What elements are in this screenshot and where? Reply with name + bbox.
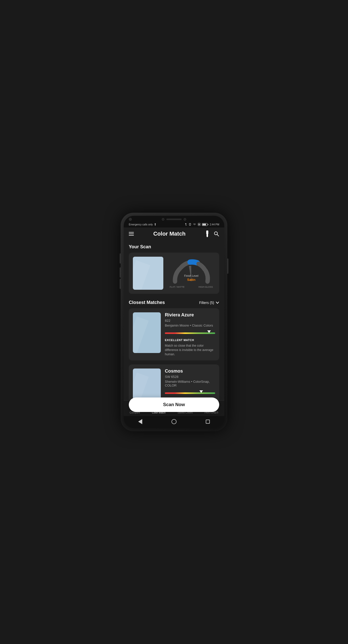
svg-rect-2 bbox=[191, 224, 191, 224]
gauge-container: Finish Level Satin FLAT / MATTE HIGH-GLO… bbox=[167, 258, 215, 288]
match-desc-1: Match so close that the color difference… bbox=[165, 344, 215, 356]
matches-title: Closest Matches bbox=[129, 300, 165, 305]
scan-now-overlay[interactable]: Scan Now bbox=[129, 397, 219, 412]
hamburger-line-2 bbox=[129, 234, 134, 234]
match-code-1: 822 bbox=[165, 319, 215, 323]
recents-button[interactable] bbox=[206, 420, 210, 424]
upload-icon bbox=[154, 223, 157, 226]
main-content: Your Scan bbox=[124, 240, 224, 400]
gauge-labels: FLAT / MATTE HIGH-GLOSS bbox=[170, 286, 213, 288]
scan-color-swatch bbox=[133, 257, 163, 290]
match-info-2: Cosmos SW 6528 Sherwin-Williams • ColorS… bbox=[165, 369, 215, 400]
quality-indicator-2 bbox=[199, 390, 203, 393]
svg-rect-5 bbox=[206, 231, 208, 234]
back-button[interactable] bbox=[138, 419, 142, 424]
match-name-2: Cosmos bbox=[165, 369, 215, 374]
hamburger-line-1 bbox=[129, 232, 134, 233]
chevron-down-icon bbox=[216, 301, 219, 304]
scan-now-text: Scan Now bbox=[163, 402, 185, 407]
app-title: Color Match bbox=[153, 231, 185, 237]
match-name-1: Riviera Azure bbox=[165, 312, 215, 318]
quality-bar-container-2 bbox=[165, 392, 215, 394]
home-icon bbox=[171, 419, 177, 424]
svg-rect-0 bbox=[189, 223, 191, 225]
match-card-1[interactable]: Riviera Azure 822 Benjamin Moore • Class… bbox=[129, 308, 219, 360]
matches-header: Closest Matches Filters (5) bbox=[129, 300, 219, 305]
wifi-icon bbox=[193, 223, 196, 226]
match-quality-label-1: EXCELLENT MATCH bbox=[165, 339, 215, 342]
match-info-1: Riviera Azure 822 Benjamin Moore • Class… bbox=[165, 312, 215, 356]
svg-rect-1 bbox=[189, 224, 189, 224]
phone-device: Emergency calls only bbox=[121, 213, 227, 431]
search-icon[interactable] bbox=[214, 231, 219, 237]
filters-button[interactable]: Filters (5) bbox=[199, 301, 219, 305]
high-gloss-label: HIGH-GLOSS bbox=[198, 286, 213, 288]
status-bar: Emergency calls only bbox=[124, 222, 224, 227]
closest-matches-section: Closest Matches Filters (5) Riviera Azur… bbox=[129, 300, 219, 400]
quality-indicator-1 bbox=[207, 330, 211, 333]
hamburger-button[interactable] bbox=[129, 232, 134, 236]
svg-text:Satin: Satin bbox=[187, 278, 196, 281]
bluetooth-icon bbox=[185, 223, 187, 226]
svg-rect-7 bbox=[207, 237, 208, 237]
match-swatch-2 bbox=[133, 369, 161, 400]
vibrate-icon bbox=[189, 223, 191, 226]
home-button[interactable] bbox=[171, 419, 177, 424]
your-scan-title: Your Scan bbox=[129, 244, 219, 250]
your-scan-section: Your Scan bbox=[129, 244, 219, 294]
system-nav-bar bbox=[124, 416, 224, 428]
scan-card: Finish Level Satin FLAT / MATTE HIGH-GLO… bbox=[129, 253, 219, 294]
match-brand-1: Benjamin Moore • Classic Colors bbox=[165, 324, 215, 327]
finish-gauge: Finish Level Satin bbox=[170, 258, 213, 285]
status-right: 2:44 PM bbox=[185, 223, 219, 226]
quality-bar-2 bbox=[165, 392, 215, 394]
filters-label: Filters (5) bbox=[199, 301, 214, 305]
app-bar: Color Match bbox=[124, 227, 224, 240]
match-card-2[interactable]: Cosmos SW 6528 Sherwin-Williams • ColorS… bbox=[129, 364, 219, 400]
front-camera-left bbox=[129, 218, 132, 221]
match-code-2: SW 6528 bbox=[165, 375, 215, 379]
torch-icon[interactable] bbox=[205, 231, 210, 237]
back-icon bbox=[138, 419, 142, 424]
app-bar-actions bbox=[205, 231, 219, 237]
svg-line-9 bbox=[217, 235, 219, 236]
sensor bbox=[184, 218, 186, 221]
quality-bar-container-1 bbox=[165, 332, 215, 334]
status-left: Emergency calls only bbox=[129, 223, 157, 226]
hamburger-line-3 bbox=[129, 235, 134, 236]
phone-screen: Emergency calls only bbox=[124, 216, 224, 428]
notch-bar bbox=[124, 216, 224, 222]
svg-rect-6 bbox=[207, 234, 208, 237]
svg-text:Finish Level: Finish Level bbox=[184, 274, 198, 277]
time-display: 2:44 PM bbox=[210, 223, 219, 226]
flat-matte-label: FLAT / MATTE bbox=[170, 286, 185, 288]
speaker bbox=[166, 219, 182, 220]
emergency-text: Emergency calls only bbox=[129, 223, 153, 226]
svg-rect-4 bbox=[199, 224, 200, 225]
recents-icon bbox=[206, 420, 210, 424]
sim-icon bbox=[198, 223, 200, 226]
battery-indicator bbox=[202, 223, 208, 226]
match-brand-2: Sherwin-Williams • ColorSnap, COLOR bbox=[165, 380, 215, 387]
match-swatch-1 bbox=[133, 312, 161, 353]
front-camera-center bbox=[162, 218, 164, 221]
